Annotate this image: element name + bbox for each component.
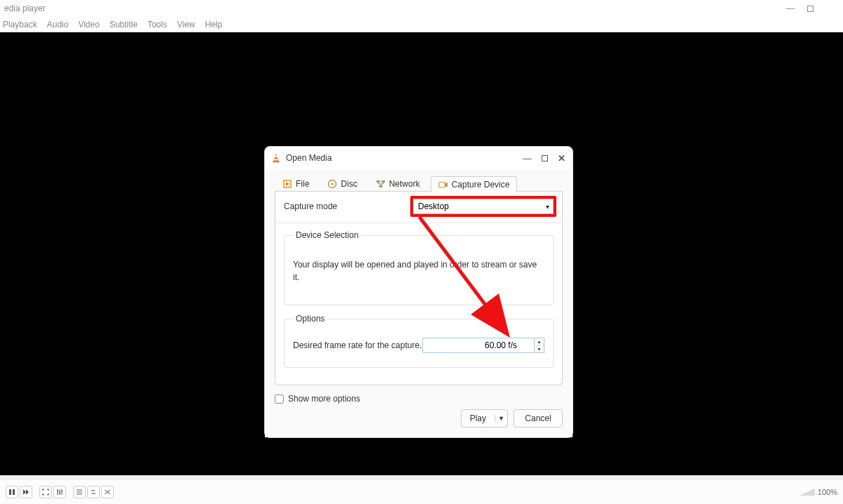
show-more-label: Show more options xyxy=(288,394,360,404)
tab-disc-label: Disc xyxy=(341,179,357,189)
capture-mode-label: Capture mode xyxy=(284,201,337,211)
volume-percent: 100% xyxy=(818,488,837,496)
svg-rect-1 xyxy=(275,156,277,157)
dialog-titlebar: Open Media — ✕ xyxy=(265,147,573,169)
tab-network[interactable]: Network xyxy=(368,175,428,192)
device-selection-message: Your display will be opened and played i… xyxy=(293,247,544,295)
network-icon xyxy=(376,179,386,189)
playlist-button[interactable] xyxy=(73,486,86,498)
menu-tools[interactable]: Tools xyxy=(148,20,167,29)
svg-marker-18 xyxy=(23,489,26,495)
tab-file[interactable]: File xyxy=(275,175,317,192)
capture-mode-select[interactable]: ▾ xyxy=(413,199,554,214)
menu-video[interactable]: Video xyxy=(78,20,99,29)
device-selection-legend: Device Selection xyxy=(293,230,361,240)
dialog-title: Open Media xyxy=(286,153,332,163)
shuffle-button[interactable] xyxy=(101,486,114,498)
svg-point-20 xyxy=(57,490,58,491)
options-group: Options Desired frame rate for the captu… xyxy=(284,314,554,368)
menu-playback[interactable]: Playback xyxy=(3,20,37,29)
svg-rect-10 xyxy=(381,180,385,183)
svg-point-22 xyxy=(61,491,63,492)
cancel-button-label: Cancel xyxy=(525,413,551,423)
minimize-icon[interactable]: — xyxy=(786,4,795,13)
menu-view[interactable]: View xyxy=(177,20,195,29)
svg-rect-16 xyxy=(9,489,11,495)
svg-rect-11 xyxy=(379,185,382,187)
svg-rect-3 xyxy=(274,159,278,161)
svg-point-21 xyxy=(59,492,60,493)
cancel-button[interactable]: Cancel xyxy=(514,409,563,427)
play-button-label: Play xyxy=(462,413,495,423)
options-legend: Options xyxy=(293,314,327,324)
play-pause-button[interactable] xyxy=(6,486,18,498)
vlc-cone-icon xyxy=(270,152,282,164)
divider xyxy=(275,223,562,223)
capture-mode-value[interactable] xyxy=(413,199,554,214)
spin-down-icon[interactable]: ▼ xyxy=(535,346,544,353)
svg-point-8 xyxy=(332,183,334,185)
tab-file-label: File xyxy=(296,179,309,189)
fps-input[interactable] xyxy=(422,338,535,353)
menubar: Playback Audio Video Subtitle Tools View… xyxy=(0,17,843,32)
capture-device-pane: Capture mode ▾ Device Selection Your dis… xyxy=(275,192,563,385)
seek-bar[interactable] xyxy=(0,476,843,480)
open-media-dialog: Open Media — ✕ File xyxy=(264,146,573,438)
disc-icon xyxy=(327,179,337,189)
fps-label: Desired frame rate for the capture. xyxy=(293,340,422,350)
fps-spin-buttons[interactable]: ▲ ▼ xyxy=(535,338,544,353)
file-icon xyxy=(282,179,292,189)
svg-marker-19 xyxy=(26,489,29,495)
volume-icon[interactable] xyxy=(799,489,815,496)
dialog-tabs: File Disc Network xyxy=(275,172,563,192)
ext-settings-button[interactable] xyxy=(53,486,66,498)
show-more-options[interactable]: Show more options xyxy=(275,394,563,404)
tab-capture-device[interactable]: Capture Device xyxy=(431,176,518,192)
svg-rect-9 xyxy=(377,180,380,183)
tab-disc[interactable]: Disc xyxy=(320,175,365,192)
next-button[interactable] xyxy=(20,486,32,498)
tab-network-label: Network xyxy=(389,179,420,189)
video-area: Open Media — ✕ File xyxy=(0,32,843,475)
device-selection-group: Device Selection Your display will be op… xyxy=(284,230,554,305)
show-more-checkbox[interactable] xyxy=(275,394,284,404)
svg-marker-6 xyxy=(286,182,289,186)
spin-up-icon[interactable]: ▲ xyxy=(535,338,544,346)
svg-marker-0 xyxy=(275,153,277,158)
menu-audio[interactable]: Audio xyxy=(47,20,69,29)
dialog-maximize-icon[interactable] xyxy=(542,155,548,161)
tab-capture-label: Capture Device xyxy=(452,180,510,190)
window-titlebar: edia player — ✕ xyxy=(0,0,843,17)
window-title: edia player xyxy=(4,4,786,13)
play-dropdown-icon[interactable]: ▼ xyxy=(495,415,507,422)
dialog-close-icon[interactable]: ✕ xyxy=(558,153,566,164)
maximize-icon[interactable] xyxy=(807,6,813,12)
capture-device-icon xyxy=(438,180,448,190)
loop-button[interactable] xyxy=(87,486,100,498)
menu-subtitle[interactable]: Subtitle xyxy=(110,20,138,29)
player-controls-bar: 100% xyxy=(0,475,843,504)
play-button[interactable]: Play ▼ xyxy=(461,409,508,427)
svg-rect-4 xyxy=(273,161,280,163)
svg-rect-17 xyxy=(13,489,15,495)
dialog-minimize-icon[interactable]: — xyxy=(523,153,532,164)
svg-rect-12 xyxy=(439,183,445,187)
fullscreen-button[interactable] xyxy=(39,486,52,498)
menu-help[interactable]: Help xyxy=(205,20,223,29)
